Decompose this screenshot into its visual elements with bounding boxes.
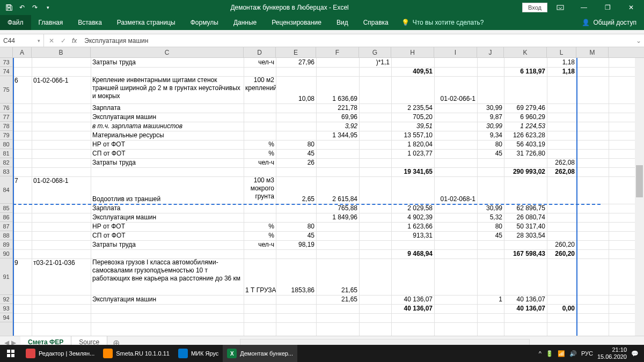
cell-A91[interactable]: 9 xyxy=(13,258,32,268)
cell-F77[interactable]: 69,96 xyxy=(316,113,359,122)
cell-C82[interactable]: Затраты труда xyxy=(91,158,244,167)
col-header-D[interactable]: D xyxy=(244,47,276,58)
col-header-I[interactable]: I xyxy=(434,47,477,58)
cell-K93[interactable]: 40 136,07 xyxy=(504,304,547,313)
cell-H83[interactable]: 19 341,65 xyxy=(391,167,434,176)
row-header-91[interactable]: 91 xyxy=(0,258,12,295)
col-header-H[interactable]: H xyxy=(391,47,434,58)
cell-E75[interactable]: 10,08 xyxy=(276,94,316,104)
col-header-F[interactable]: F xyxy=(316,47,359,58)
cell-E87[interactable]: 80 xyxy=(276,222,316,231)
cell-I84[interactable]: 01-02-068-1 xyxy=(434,195,477,204)
cell-K78[interactable]: 1 224,53 xyxy=(504,122,547,131)
cell-E84[interactable]: 2,65 xyxy=(276,195,316,204)
cell-E82[interactable]: 26 xyxy=(276,158,316,167)
cell-E80[interactable]: 80 xyxy=(276,140,316,149)
cell-K85[interactable]: 62 896,75 xyxy=(504,204,547,213)
volume-icon[interactable]: 🔊 xyxy=(569,350,577,357)
cell-F76[interactable]: 221,78 xyxy=(316,104,359,113)
cell-H79[interactable]: 13 557,10 xyxy=(391,131,434,140)
cell-J79[interactable]: 9,34 xyxy=(477,131,504,140)
cell-D80[interactable]: % xyxy=(244,140,276,149)
col-header-K[interactable]: K xyxy=(504,47,547,58)
cell-D81[interactable]: % xyxy=(244,149,276,158)
cell-F86[interactable]: 1 849,96 xyxy=(316,213,359,222)
col-header-G[interactable]: G xyxy=(359,47,391,58)
taskbar-item-2[interactable]: МИК Ярус xyxy=(174,345,223,362)
cell-C84[interactable]: Водоотлив из траншей xyxy=(91,195,244,204)
wifi-icon[interactable]: 📶 xyxy=(558,350,565,357)
cell-K86[interactable]: 26 080,74 xyxy=(504,213,547,222)
cell-H88[interactable]: 913,31 xyxy=(391,231,434,240)
cell-K87[interactable]: 50 317,40 xyxy=(504,222,547,231)
row-header-77[interactable]: 77 xyxy=(0,113,12,122)
row-header-93[interactable]: 93 xyxy=(0,304,12,313)
col-header-A[interactable]: A xyxy=(13,47,32,58)
start-button[interactable] xyxy=(0,345,21,362)
cell-L90[interactable]: 260,20 xyxy=(547,249,576,258)
cell-I75[interactable]: 01-02-066-1 xyxy=(434,94,477,104)
cell-H93[interactable]: 40 136,07 xyxy=(391,304,434,313)
cell-J80[interactable]: 80 xyxy=(477,140,504,149)
tab-file[interactable]: Файл xyxy=(0,15,31,30)
tab-view[interactable]: Вид xyxy=(329,15,356,30)
cell-B75[interactable]: 01-02-066-1 xyxy=(32,76,91,85)
cell-C79[interactable]: Материальные ресурсы xyxy=(91,131,244,140)
taskbar-item-3[interactable]: XДемонтаж бункер... xyxy=(223,345,297,362)
cell-area[interactable]: Затраты трудачел-ч27,96)*1,11,18409,516 … xyxy=(13,58,644,336)
cell-C73[interactable]: Затраты труда xyxy=(91,58,244,67)
cell-E81[interactable]: 45 xyxy=(276,149,316,158)
maximize-button[interactable]: ❐ xyxy=(597,0,618,15)
close-button[interactable]: ✕ xyxy=(620,0,642,15)
cell-J92[interactable]: 1 xyxy=(477,295,504,304)
cell-C86[interactable]: Эксплуатация машин xyxy=(91,213,244,222)
cell-C75[interactable]: Крепление инвентарными щитами стенок тра… xyxy=(91,76,244,104)
cell-F79[interactable]: 1 344,95 xyxy=(316,131,359,140)
cell-E73[interactable]: 27,96 xyxy=(276,58,316,67)
cell-F84[interactable]: 2 615,84 xyxy=(316,195,359,204)
cell-E91[interactable]: 1853,86 xyxy=(276,286,316,295)
cell-K81[interactable]: 31 726,80 xyxy=(504,149,547,158)
col-header-M[interactable]: M xyxy=(576,47,609,58)
language-indicator[interactable]: РУС xyxy=(581,350,593,357)
cell-L83[interactable]: 262,08 xyxy=(547,167,576,176)
fx-icon[interactable]: fx xyxy=(70,37,79,45)
col-header-B[interactable]: B xyxy=(32,47,91,58)
tab-review[interactable]: Рецензирование xyxy=(264,15,329,30)
cell-J77[interactable]: 9,87 xyxy=(477,113,504,122)
tray-up-icon[interactable]: ^ xyxy=(539,350,541,357)
row-header-94[interactable]: 94 xyxy=(0,313,12,322)
cell-D73[interactable]: чел-ч xyxy=(244,58,276,67)
cell-C87[interactable]: НР от ФОТ xyxy=(91,222,244,231)
clock[interactable]: 21:10 15.06.2020 xyxy=(597,346,627,360)
cell-F78[interactable]: 3,92 xyxy=(316,122,359,131)
tab-help[interactable]: Справка xyxy=(356,15,396,30)
cell-H90[interactable]: 9 468,94 xyxy=(391,249,434,258)
cell-B91[interactable]: т03-21-01-036 xyxy=(32,258,91,268)
cell-E89[interactable]: 98,19 xyxy=(276,240,316,249)
taskbar-item-1[interactable]: Smeta.RU 10.1.0.11 xyxy=(99,345,174,362)
taskbar-item-0[interactable]: Редактор | Землян... xyxy=(21,345,99,362)
row-header-75[interactable]: 75 xyxy=(0,76,12,104)
cell-H87[interactable]: 1 623,66 xyxy=(391,222,434,231)
tab-home[interactable]: Главная xyxy=(31,15,71,30)
cell-J76[interactable]: 30,99 xyxy=(477,104,504,113)
row-header-86[interactable]: 86 xyxy=(0,213,12,222)
cell-F85[interactable]: 765,88 xyxy=(316,204,359,213)
cell-H92[interactable]: 40 136,07 xyxy=(391,295,434,304)
cell-C91[interactable]: Перевозка грузов I класса автомобилями-с… xyxy=(91,258,244,295)
row-header-80[interactable]: 80 xyxy=(0,140,12,149)
select-all[interactable] xyxy=(0,47,13,57)
cell-L93[interactable]: 0,00 xyxy=(547,304,576,313)
tab-layout[interactable]: Разметка страницы xyxy=(109,15,183,30)
login-button[interactable]: Вход xyxy=(522,3,547,12)
row-header-76[interactable]: 76 xyxy=(0,104,12,113)
cell-E88[interactable]: 45 xyxy=(276,231,316,240)
col-header-J[interactable]: J xyxy=(477,47,504,58)
row-header-90[interactable]: 90 xyxy=(0,249,12,258)
scroll-thumb[interactable] xyxy=(636,165,643,197)
share-button[interactable]: 👤 Общий доступ xyxy=(574,19,644,26)
cell-H80[interactable]: 1 820,04 xyxy=(391,140,434,149)
row-header-85[interactable]: 85 xyxy=(0,204,12,213)
tab-insert[interactable]: Вставка xyxy=(70,15,109,30)
